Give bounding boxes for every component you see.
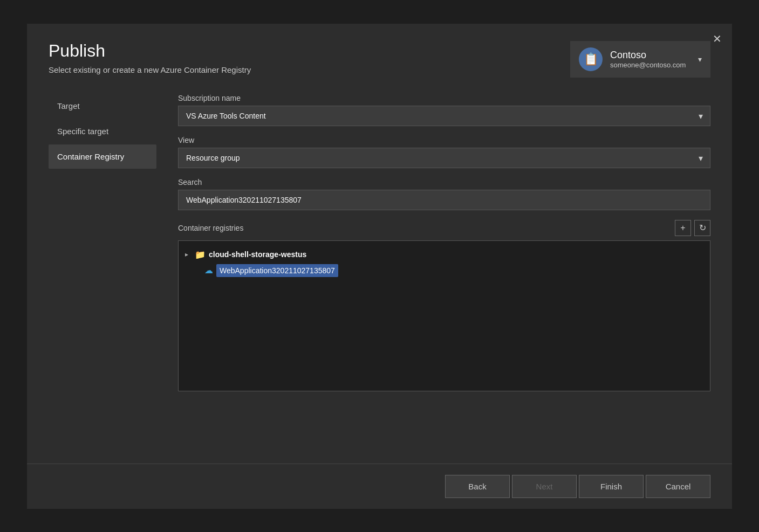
back-button[interactable]: Back [445, 475, 510, 498]
title-section: Publish Select existing or create a new … [49, 41, 251, 74]
account-section[interactable]: 📋 Contoso someone@contoso.com ▾ [570, 41, 710, 78]
add-registry-button[interactable]: + [675, 220, 691, 236]
tree-panel: ▸ 📁 cloud-shell-storage-westus ☁ WebAppl… [178, 240, 710, 391]
cloud-icon: ☁ [204, 265, 213, 275]
folder-icon: 📁 [195, 250, 206, 260]
next-button[interactable]: Next [512, 475, 577, 498]
subscription-label: Subscription name [178, 94, 710, 102]
subscription-select-wrapper: VS Azure Tools Content [178, 106, 710, 126]
icon-buttons: + ↻ [675, 220, 710, 236]
finish-button[interactable]: Finish [579, 475, 644, 498]
main-content: Subscription name VS Azure Tools Content… [167, 88, 710, 464]
view-label: View [178, 136, 710, 144]
refresh-button[interactable]: ↻ [694, 220, 710, 236]
tree-child-label: WebApplication320211027135807 [216, 264, 338, 277]
dialog-subtitle: Select existing or create a new Azure Co… [49, 65, 251, 74]
tree-group-label: cloud-shell-storage-westus [209, 250, 306, 259]
search-label: Search [178, 178, 710, 186]
account-name: Contoso [610, 50, 690, 61]
tree-child-item[interactable]: ☁ WebApplication320211027135807 [204, 262, 703, 279]
account-email: someone@contoso.com [610, 61, 690, 69]
cancel-button[interactable]: Cancel [646, 475, 710, 498]
close-button[interactable]: ✕ [709, 31, 724, 46]
chevron-down-icon: ▾ [698, 55, 702, 64]
view-select[interactable]: Resource group [178, 148, 710, 168]
subscription-group: Subscription name VS Azure Tools Content [178, 94, 710, 126]
account-info: Contoso someone@contoso.com [610, 50, 690, 69]
sidebar-item-target[interactable]: Target [49, 94, 156, 118]
search-input[interactable] [178, 190, 710, 210]
sidebar-item-specific-target[interactable]: Specific target [49, 119, 156, 143]
dialog-header: Publish Select existing or create a new … [27, 24, 732, 88]
subscription-select[interactable]: VS Azure Tools Content [178, 106, 710, 126]
sidebar-item-container-registry[interactable]: Container Registry [49, 144, 156, 169]
dialog-title: Publish [49, 41, 251, 61]
dialog-footer: Back Next Finish Cancel [27, 464, 732, 509]
tree-group-item[interactable]: ▸ 📁 cloud-shell-storage-westus [185, 247, 703, 262]
dialog-body: Target Specific target Container Registr… [27, 88, 732, 464]
view-group: View Resource group [178, 136, 710, 168]
account-icon: 📋 [579, 47, 603, 71]
view-select-wrapper: Resource group [178, 148, 710, 168]
registries-label: Container registries [178, 224, 243, 232]
search-group: Search [178, 178, 710, 210]
registries-header: Container registries + ↻ [178, 220, 710, 236]
expand-icon: ▸ [185, 251, 192, 258]
publish-dialog: ✕ Publish Select existing or create a ne… [27, 24, 732, 509]
sidebar: Target Specific target Container Registr… [49, 88, 167, 464]
